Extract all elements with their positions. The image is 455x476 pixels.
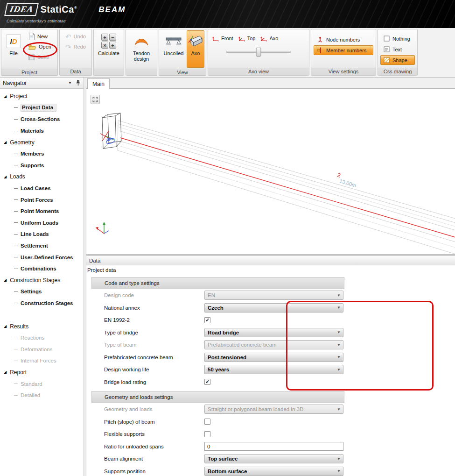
nav-item-detailed: Detailed <box>0 390 84 401</box>
tab-strip: Main <box>86 78 455 89</box>
combo-supports-position[interactable]: Bottom surface▼ <box>204 467 343 476</box>
fit-view-button[interactable] <box>91 95 100 104</box>
settings-row-prefabricated-concrete-beam: Prefabricated concrete beamPost-tensione… <box>91 351 344 364</box>
combo-value: Czech <box>208 305 224 311</box>
nav-item-cross-sections[interactable]: Cross-Sections <box>0 114 84 125</box>
css-shape-toggle[interactable]: Shape <box>380 55 415 65</box>
nav-item-user-defined-forces[interactable]: User-Defined Forces <box>0 251 84 263</box>
uncoiled-button[interactable]: Uncoiled <box>161 30 187 68</box>
nav-item-line-loads[interactable]: Line Loads <box>0 228 84 240</box>
checkbox-pitch-slope-of-beam[interactable] <box>204 419 210 425</box>
end-cross-section <box>102 113 121 149</box>
checkbox-bridge-load-rating[interactable]: ✔ <box>204 379 210 385</box>
css-nothing-toggle[interactable]: Nothing <box>380 34 415 43</box>
nav-parent-results[interactable]: ◢Results <box>0 320 84 332</box>
settings-row-geometry-and-loads: Geometry and loadsStraight or polygonal … <box>91 403 344 416</box>
ribbon-group-data: ↶ Undo ↷ Redo Data <box>59 29 92 76</box>
nav-parent-loads[interactable]: ◢Loads <box>0 171 84 183</box>
nav-item-label: Load Cases <box>21 185 51 191</box>
setting-label: Flexible supports <box>91 431 204 437</box>
setting-value-cell: 50 years▼ <box>204 365 343 374</box>
nav-item-uniform-loads[interactable]: Uniform Loads <box>0 217 84 229</box>
setting-label: Design working life <box>91 367 204 372</box>
nav-item-settlement[interactable]: Settlement <box>0 240 84 252</box>
ribbon-group-view: Uncoiled Axo View <box>159 29 206 76</box>
setting-label: Prefabricated concrete beam <box>91 355 204 360</box>
nav-section-project: ◢ProjectProject DataCross-SectionsMateri… <box>0 91 84 136</box>
combo-national-annex[interactable]: Czech▼ <box>204 303 343 313</box>
nav-item-members[interactable]: Members <box>0 148 84 160</box>
input-ratio-for-unloaded-spans[interactable]: 0 <box>204 442 343 451</box>
member-numbers-toggle[interactable]: Member numbers <box>314 45 373 55</box>
file-button[interactable]: ID File <box>3 30 24 68</box>
nav-item-label: Settings <box>21 289 42 294</box>
axo-button[interactable]: Axo <box>187 30 204 68</box>
axo-icon <box>188 34 203 48</box>
node-numbers-toggle[interactable]: Node numbers <box>314 35 373 44</box>
setting-value-cell <box>204 419 343 425</box>
calculate-icon: +−×÷ <box>101 34 116 49</box>
nav-item-construction-stages[interactable]: Construction Stages <box>0 298 84 309</box>
checkbox-flexible-supports[interactable] <box>204 431 210 437</box>
nav-item-point-forces[interactable]: Point Forces <box>0 194 84 206</box>
nav-item-standard: Standard <box>0 378 84 390</box>
settings-group-code-and-type-settings: Code and type settings <box>91 277 344 289</box>
group-label-calculate <box>94 69 124 75</box>
idea-file-icon: ID <box>7 34 21 48</box>
expander-icon[interactable]: ◢ <box>4 278 7 282</box>
tendon-design-button[interactable]: Tendon design <box>127 30 155 68</box>
nav-item-combinations[interactable]: Combinations <box>0 263 84 275</box>
save-floppy-icon <box>28 54 35 60</box>
tree-line <box>14 188 18 189</box>
setting-value-cell: Road bridge▼ <box>204 328 343 337</box>
new-button[interactable]: New <box>26 31 56 42</box>
nav-parent-label: Project <box>10 93 27 99</box>
top-view-button[interactable]: Top <box>236 33 258 43</box>
combo-design-working-life[interactable]: 50 years▼ <box>204 365 343 374</box>
expander-icon[interactable]: ◢ <box>4 370 7 374</box>
nav-item-label: Uniform Loads <box>21 220 58 226</box>
expander-icon[interactable]: ◢ <box>4 175 7 179</box>
nav-parent-report[interactable]: ◢Report <box>0 367 84 378</box>
combo-value: Top surface <box>208 456 238 462</box>
nav-item-load-cases[interactable]: Load Cases <box>0 183 84 194</box>
axo-zoom-slider[interactable] <box>226 51 291 53</box>
slider-thumb[interactable] <box>256 48 261 57</box>
css-text-toggle[interactable]: Text <box>380 44 415 54</box>
expander-icon[interactable]: ◢ <box>4 140 7 144</box>
nav-parent-label: Results <box>10 323 28 330</box>
nav-parent-geometry[interactable]: ◢Geometry <box>0 136 84 148</box>
statica-logo: StatiCa® <box>40 4 77 15</box>
nav-item-supports[interactable]: Supports <box>0 160 84 171</box>
combo-value: Bottom surface <box>208 469 247 474</box>
nav-item-point-moments[interactable]: Point Moments <box>0 206 84 217</box>
registered-mark: ® <box>74 6 77 10</box>
checkbox-en-1992-2[interactable]: ✔ <box>204 317 210 323</box>
viewport-3d[interactable]: 2 13.00m <box>86 89 455 255</box>
chevron-down-icon[interactable]: ▼ <box>68 81 72 85</box>
expander-icon[interactable]: ◢ <box>4 324 7 328</box>
setting-label: Bridge load rating <box>91 379 204 385</box>
tree-line <box>14 119 18 120</box>
settings-group-geometry-and-loads-settings: Geometry and loads settings <box>91 391 344 403</box>
nav-item-label: Reactions <box>21 335 44 341</box>
front-view-button[interactable]: Front <box>210 33 236 43</box>
nav-parent-construction-stages[interactable]: ◢Construction Stages <box>0 275 84 286</box>
setting-label: Design code <box>91 292 204 298</box>
calculate-button[interactable]: +−×÷ Calculate <box>95 30 122 68</box>
nav-parent-label: Loads <box>10 173 25 180</box>
combo-type-of-bridge[interactable]: Road bridge▼ <box>204 328 343 337</box>
chevron-down-icon: ▼ <box>337 305 341 310</box>
nav-item-settings[interactable]: Settings <box>0 286 84 298</box>
nav-parent-project[interactable]: ◢Project <box>0 91 84 102</box>
ribbon-group-axo-view: Front Top Axo Axo view <box>208 29 309 76</box>
pin-icon[interactable] <box>76 80 81 86</box>
combo-prefabricated-concrete-beam[interactable]: Post-tensioned▼ <box>204 353 343 362</box>
axo-view-button[interactable]: Axo <box>258 33 280 43</box>
nav-item-project-data[interactable]: Project Data <box>0 102 84 114</box>
open-button[interactable]: Open <box>26 42 56 52</box>
tab-main[interactable]: Main <box>87 78 110 89</box>
combo-beam-alignment[interactable]: Top surface▼ <box>204 454 343 463</box>
nav-item-materials[interactable]: Materials <box>0 125 84 137</box>
expander-icon[interactable]: ◢ <box>4 94 7 99</box>
